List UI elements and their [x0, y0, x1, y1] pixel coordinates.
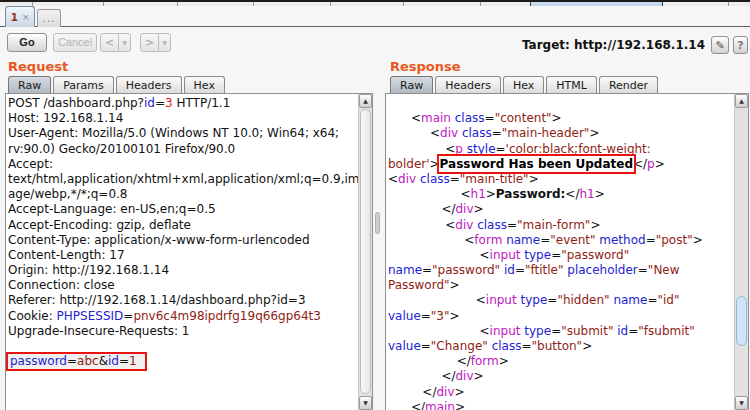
main-tabbar-edge — [0, 0, 750, 6]
tabbar-separator — [403, 2, 404, 6]
repeater-tab-number: 1 — [10, 11, 18, 24]
request-line: password=abc&id=1 — [8, 354, 358, 369]
tabbar-separator — [177, 2, 178, 6]
response-line — [388, 96, 734, 111]
response-line: bolder'>Password Has been Updated</p> — [388, 157, 734, 172]
target-label: Target: — [522, 38, 570, 52]
next-dropdown-caret-icon[interactable]: ▼ — [158, 34, 170, 51]
request-tabs: RawParamsHeadersHex — [8, 76, 225, 93]
response-line: <main class="content"> — [388, 111, 734, 126]
response-line: <p style='color:black;font-weight: — [388, 142, 734, 157]
response-line: Password"> — [388, 278, 734, 293]
response-line: </div> — [388, 385, 734, 400]
request-line: Accept-Language: en-US,en;q=0.5 — [8, 202, 358, 217]
response-line: <input type="hidden" name="id" — [388, 293, 734, 308]
request-line: Host: 192.168.1.14 — [8, 111, 358, 126]
request-line: Origin: http://192.168.1.14 — [8, 263, 358, 278]
scroll-down-icon[interactable]: ▼ — [359, 396, 372, 410]
target-display: Target: http://192.168.1.14 — [522, 38, 705, 52]
active-tool-tab-edge — [530, 2, 663, 6]
request-tab-params[interactable]: Params — [53, 76, 114, 93]
next-arrow-icon[interactable]: > — [141, 34, 158, 51]
tab-row-divider — [0, 26, 750, 27]
repeater-tab-1[interactable]: 1 × — [5, 6, 35, 27]
prev-arrow-icon[interactable]: < — [101, 34, 118, 51]
request-line — [8, 339, 358, 354]
tabbar-separator — [330, 2, 331, 6]
request-panel: POST /dashboard.php?id=3 HTTP/1.1Host: 1… — [5, 93, 373, 410]
response-line: </form> — [388, 354, 734, 369]
response-line: <h1>Password:</h1> — [388, 187, 734, 202]
response-line: value="3"> — [388, 309, 734, 324]
tabbar-separator — [728, 2, 729, 6]
request-line: Accept-Encoding: gzip, deflate — [8, 218, 358, 233]
response-line: </main> — [388, 400, 734, 410]
tabbar-separator — [480, 2, 481, 6]
response-line: <input type="submit" id="fsubmit" — [388, 324, 734, 339]
request-tab-raw[interactable]: Raw — [8, 76, 51, 93]
edit-target-button[interactable]: ✎ — [711, 36, 729, 54]
request-line: Upgrade-Insecure-Requests: 1 — [8, 324, 358, 339]
request-line: Connection: close — [8, 278, 358, 293]
request-scroll-thumb[interactable] — [360, 109, 371, 394]
response-line: <input type="password" — [388, 248, 734, 263]
panel-splitter-handle[interactable] — [375, 212, 380, 234]
request-line: User-Agent: Mozilla/5.0 (Windows NT 10.0… — [8, 126, 358, 141]
response-tab-render[interactable]: Render — [599, 76, 658, 93]
response-line: value="Change" class="button"> — [388, 339, 734, 354]
response-line: </div> — [388, 202, 734, 217]
request-editor[interactable]: POST /dashboard.php?id=3 HTTP/1.1Host: 1… — [6, 94, 358, 410]
request-title: Request — [8, 59, 68, 74]
help-button[interactable]: ? — [733, 36, 748, 54]
request-line: text/html,application/xhtml+xml,applicat… — [8, 172, 358, 187]
request-line: Referer: http://192.168.1.14/dashboard.p… — [8, 293, 358, 308]
request-line: Content-Length: 17 — [8, 248, 358, 263]
response-tab-hex[interactable]: Hex — [503, 76, 544, 93]
request-line: age/webp,*/*;q=0.8 — [8, 187, 358, 202]
response-editor[interactable]: <main class="content"> <div class="main-… — [386, 94, 734, 410]
request-line: Content-Type: application/x-www-form-url… — [8, 233, 358, 248]
response-line: <div class="main-header"> — [388, 126, 734, 141]
tabbar-separator — [253, 2, 254, 6]
response-line: <div class="main-title"> — [388, 172, 734, 187]
pencil-icon: ✎ — [715, 39, 724, 52]
request-line: Cookie: PHPSESSID=pnv6c4m98ipdrfg19q66gp… — [8, 309, 358, 324]
response-line: <div class="main-form"> — [388, 218, 734, 233]
response-tab-headers[interactable]: Headers — [435, 76, 501, 93]
next-request-button[interactable]: > ▼ — [140, 33, 171, 52]
response-title: Response — [390, 59, 461, 74]
response-panel: <main class="content"> <div class="main-… — [385, 93, 749, 410]
request-line: POST /dashboard.php?id=3 HTTP/1.1 — [8, 96, 358, 111]
scroll-up-icon[interactable]: ▲ — [735, 94, 748, 108]
request-tab-hex[interactable]: Hex — [184, 76, 225, 93]
response-line: name="password" id="ftitle" placeholder=… — [388, 263, 734, 278]
request-line: rv:90.0) Gecko/20100101 Firefox/90.0 — [8, 142, 358, 157]
response-tab-raw[interactable]: Raw — [390, 76, 433, 93]
target-url: http://192.168.1.14 — [574, 38, 705, 52]
response-line: </div> — [388, 369, 734, 384]
request-highlight-box: password=abc&id=1 — [8, 354, 145, 369]
request-scrollbar[interactable]: ▲ ▼ — [358, 94, 372, 410]
request-tab-headers[interactable]: Headers — [116, 76, 182, 93]
response-tabs: RawHeadersHexHTMLRender — [390, 76, 658, 93]
question-mark-icon: ? — [737, 39, 743, 52]
response-scroll-thumb[interactable] — [736, 296, 747, 346]
response-tab-html[interactable]: HTML — [546, 76, 597, 93]
response-line: <form name="event" method="post"> — [388, 233, 734, 248]
tabbar-separator — [103, 2, 104, 6]
prev-dropdown-caret-icon[interactable]: ▼ — [118, 34, 130, 51]
prev-request-button[interactable]: < ▼ — [100, 33, 131, 52]
request-line: Accept: — [8, 157, 358, 172]
response-scrollbar[interactable]: ▲ ▼ — [734, 94, 748, 410]
scroll-down-icon[interactable]: ▼ — [735, 396, 748, 410]
cancel-button[interactable]: Cancel — [53, 33, 97, 52]
new-tab-button[interactable]: ... — [37, 9, 61, 27]
go-button[interactable]: Go — [7, 33, 47, 52]
close-tab-icon[interactable]: × — [22, 12, 30, 22]
scroll-up-icon[interactable]: ▲ — [359, 94, 372, 108]
